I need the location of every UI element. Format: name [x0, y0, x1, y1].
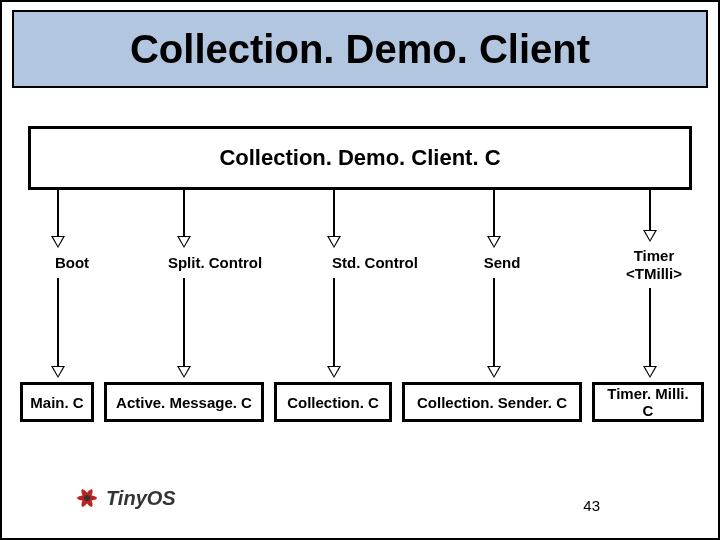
top-component-label: Collection. Demo. Client. C: [219, 145, 500, 171]
arrow-send-bottom-shaft: [493, 278, 495, 366]
interface-splitcontrol-label: Split. Control: [160, 254, 270, 272]
component-main-label: Main. C: [30, 394, 83, 411]
slide: Collection. Demo. Client Collection. Dem…: [0, 0, 720, 540]
interface-stdcontrol-label: Std. Control: [320, 254, 430, 272]
arrow-timer-top-shaft: [649, 190, 651, 230]
component-main-box: Main. C: [20, 382, 94, 422]
arrow-std-top-head: [327, 236, 341, 248]
arrow-std-bottom-shaft: [333, 278, 335, 366]
title-bar: Collection. Demo. Client: [12, 10, 708, 88]
interface-send-label: Send: [472, 254, 532, 272]
arrow-send-top-head: [487, 236, 501, 248]
arrow-boot-bottom-head: [51, 366, 65, 378]
arrow-boot-top-head: [51, 236, 65, 248]
component-activemessage-label: Active. Message. C: [116, 394, 252, 411]
arrow-timer-bottom-shaft: [649, 288, 651, 366]
arrow-send-top-shaft: [493, 190, 495, 236]
tinyos-logo: TinyOS: [72, 476, 182, 520]
component-collectionsender-label: Collection. Sender. C: [417, 394, 567, 411]
interface-boot-label: Boot: [42, 254, 102, 272]
component-timermilli-box: Timer. Milli. C: [592, 382, 704, 422]
component-collectionsender-box: Collection. Sender. C: [402, 382, 582, 422]
arrow-std-top-shaft: [333, 190, 335, 236]
arrow-split-top-shaft: [183, 190, 185, 236]
page-number: 43: [583, 497, 600, 514]
component-activemessage-box: Active. Message. C: [104, 382, 264, 422]
arrow-std-bottom-head: [327, 366, 341, 378]
arrow-boot-bottom-shaft: [57, 278, 59, 366]
component-timermilli-label: Timer. Milli. C: [601, 385, 695, 419]
arrow-timer-top-head: [643, 230, 657, 242]
arrow-send-bottom-head: [487, 366, 501, 378]
arrow-split-bottom-shaft: [183, 278, 185, 366]
arrow-split-top-head: [177, 236, 191, 248]
logo-text: TinyOS: [106, 487, 176, 510]
arrow-timer-bottom-head: [643, 366, 657, 378]
arrow-split-bottom-head: [177, 366, 191, 378]
component-collection-label: Collection. C: [287, 394, 379, 411]
slide-title: Collection. Demo. Client: [130, 27, 590, 72]
svg-point-3: [84, 495, 90, 501]
arrow-boot-top-shaft: [57, 190, 59, 236]
component-collection-box: Collection. C: [274, 382, 392, 422]
interface-timer-label: Timer <TMilli>: [614, 247, 694, 283]
propeller-icon: [72, 483, 102, 513]
top-component-box: Collection. Demo. Client. C: [28, 126, 692, 190]
